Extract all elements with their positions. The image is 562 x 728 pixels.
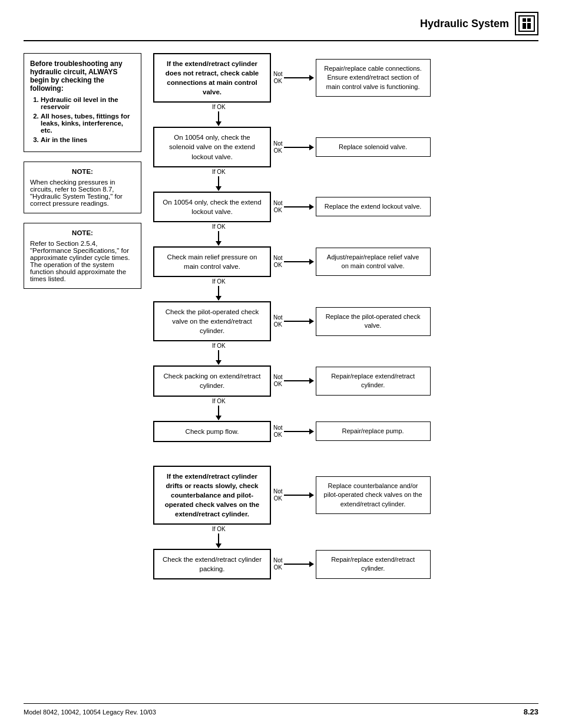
note2-title: NOTE: — [30, 229, 135, 236]
flowchart2: If the extend/retract cylinder drifts or… — [153, 466, 538, 580]
arrow-6: Not OK — [273, 374, 313, 388]
down-arrow-4: If OK — [212, 278, 226, 300]
not-ok-label-7b: OK — [274, 431, 282, 439]
arrow2-line-1 — [284, 495, 313, 496]
result-box-3: Replace the extend lockout valve. — [316, 197, 431, 216]
arrow2-2: Not OK — [273, 557, 313, 571]
note2-text: Refer to Section 2.5.4, "Performance Spe… — [30, 240, 135, 282]
result-box-1: Repair/replace cable connections. Ensure… — [316, 59, 431, 97]
arrow-line-6 — [284, 380, 313, 381]
step-box-5: Check the pilot-operated check valve on … — [153, 301, 271, 341]
step-box-4: Check main relief pressure on main contr… — [153, 246, 271, 277]
step-box-7: Check pump flow. — [153, 421, 271, 442]
header: Hydraulic System — [24, 12, 538, 41]
arrow-line-1 — [284, 77, 313, 78]
flow-row-7: Check pump flow. Not OK Repair/replace p… — [153, 421, 431, 442]
if-ok-2: If OK — [212, 169, 226, 175]
left-column: Before troubleshooting any hydraulic cir… — [24, 53, 141, 579]
arrow-line-4 — [284, 261, 313, 262]
not-ok-label-1b: OK — [274, 78, 282, 85]
v-line-5 — [218, 350, 219, 364]
v2-line-1 — [218, 533, 219, 548]
step-box-3: On 10054 only, check the extend lockout … — [153, 192, 271, 222]
not-ok-label-3: Not — [273, 200, 283, 207]
not-ok-label-6: Not — [273, 374, 283, 381]
flowchart1: If the extend/retract cylinder does not … — [153, 53, 538, 442]
down-arrow-5: If OK — [212, 342, 226, 364]
arrow-line-7 — [284, 431, 313, 432]
arrow-line-2 — [284, 147, 313, 148]
flow-row-4: Check main relief pressure on main contr… — [153, 246, 431, 277]
arrow-line-3 — [284, 206, 313, 207]
result-box-4: Adjust/repair/replace relief valve on ma… — [316, 248, 431, 276]
arrow2-1: Not OK — [273, 488, 313, 502]
if-ok-4: If OK — [212, 278, 226, 285]
arrow-5: Not OK — [273, 314, 313, 328]
not-ok-label-4: Not — [273, 255, 283, 262]
not-ok-label-7: Not — [273, 424, 283, 431]
main-content: Before troubleshooting any hydraulic cir… — [24, 53, 538, 579]
not-ok2-label-2: Not — [273, 557, 283, 564]
result2-box-2: Repair/replace extend/retract cylinder. — [316, 550, 431, 579]
down2-arrow-1: If OK — [212, 526, 226, 548]
flow-row-5: Check the pilot-operated check valve on … — [153, 301, 431, 341]
v-line-3 — [218, 231, 219, 245]
footer-model-text: Model 8042, 10042, 10054 Legacy Rev. 10/… — [24, 709, 156, 716]
arrow-line-5 — [284, 321, 313, 322]
svg-rect-1 — [523, 18, 526, 29]
not-ok-label-3b: OK — [274, 207, 282, 214]
v-line-1 — [218, 111, 219, 126]
intro-item-1: Hydraulic oil level in the reservoir — [41, 96, 135, 110]
if-ok2-1: If OK — [212, 526, 226, 532]
intro-text: Before troubleshooting any hydraulic cir… — [30, 60, 135, 93]
arrow-3: Not OK — [273, 200, 313, 214]
result-box-5: Replace the pilot-operated check valve. — [316, 307, 431, 336]
step-box-6: Check packing on extend/retract cylinder… — [153, 365, 271, 396]
if-ok-6: If OK — [212, 398, 226, 404]
v-line-4 — [218, 286, 219, 300]
flow2-row-2: Check the extend/retract cylinder packin… — [153, 549, 431, 579]
note1-title: NOTE: — [30, 168, 135, 175]
start-box-1: If the extend/retract cylinder does not … — [153, 53, 271, 103]
result-box-2: Replace solenoid valve. — [316, 137, 431, 157]
down-arrow-6: If OK — [212, 398, 226, 420]
not-ok-label-5b: OK — [274, 321, 282, 328]
if-ok-5: If OK — [212, 342, 226, 349]
svg-rect-2 — [527, 18, 531, 29]
arrow-4: Not OK — [273, 255, 313, 269]
flow-row-1: If the extend/retract cylinder does not … — [153, 53, 431, 103]
arrow2-line-2 — [284, 564, 313, 565]
not-ok-label-5: Not — [273, 314, 283, 321]
if-ok-1: If OK — [212, 104, 226, 110]
svg-rect-0 — [519, 16, 534, 31]
header-title: Hydraulic System — [420, 18, 509, 30]
v-line-2 — [218, 176, 219, 190]
if-ok-3: If OK — [212, 223, 226, 230]
svg-rect-3 — [521, 22, 532, 23]
step2-box-2: Check the extend/retract cylinder packin… — [153, 549, 271, 579]
page: Hydraulic System Before troubleshooting … — [0, 0, 562, 728]
not-ok-label-2b: OK — [274, 147, 282, 154]
not-ok2-label-2b: OK — [274, 564, 282, 571]
step-box-2: On 10054 only, check the solenoid valve … — [153, 127, 271, 167]
intro-item-3: Air in the lines — [41, 136, 135, 143]
footer-page-number: 8.23 — [524, 707, 538, 716]
right-column: If the extend/retract cylinder does not … — [153, 53, 538, 579]
result-box-7: Repair/replace pump. — [316, 421, 431, 441]
down-arrow-3: If OK — [212, 223, 226, 245]
down-arrow-1: If OK — [212, 104, 226, 126]
intro-item-2: All hoses, tubes, fittings for leaks, ki… — [41, 113, 135, 134]
v-line-6 — [218, 406, 219, 420]
note1-text: When checking pressures in circuits, ref… — [30, 179, 135, 207]
down-arrow-2: If OK — [212, 169, 226, 190]
result-box-6: Repair/replace extend/retract cylinder. — [316, 367, 431, 396]
not-ok-label-6b: OK — [274, 381, 282, 388]
not-ok-label-4b: OK — [274, 262, 282, 269]
note1-box: NOTE: When checking pressures in circuit… — [24, 162, 141, 213]
not-ok2-label-1b: OK — [274, 495, 282, 502]
flow-row-3: On 10054 only, check the extend lockout … — [153, 192, 431, 222]
header-icon — [515, 12, 538, 35]
not-ok-label-2: Not — [273, 140, 283, 147]
arrow-1: Not OK — [273, 71, 313, 85]
intro-box: Before troubleshooting any hydraulic cir… — [24, 53, 141, 152]
